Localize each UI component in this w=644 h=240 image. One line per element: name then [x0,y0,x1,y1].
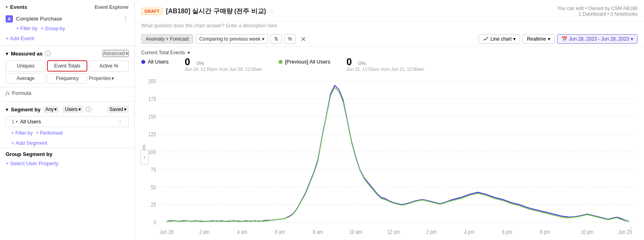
seg-filter-by-btn[interactable]: + Filter by [11,130,33,136]
date-range-btn[interactable]: 📅 Jun 28, 2023 - Jun 28, 2023 ▾ [557,34,638,44]
current-total-dropdown[interactable]: Current Total Events ▾ [141,50,190,55]
svg-text:200: 200 [148,78,156,84]
prev-pct: 0% [358,60,366,66]
legend-bar: Current Total Events ▾ [141,47,638,57]
prev-users-label: [Previous] All Users [285,59,330,65]
legend-values-prev-users: 0 0% [347,57,424,67]
chart-toolbar: Anomaly + Forecast Comparing to previous… [135,32,644,47]
legend-item-prev-users: [Previous] All Users [279,57,330,72]
line-chart-svg: .grid-line { stroke: #e8e8e8; stroke-wid… [141,74,638,240]
svg-text:6 pm: 6 pm [502,228,512,235]
seg-performed-btn[interactable]: + Performed [36,130,62,136]
current-date: Jun 28, 11:55pm [185,67,218,72]
formula-row[interactable]: 𝑓𝑥 Formula [0,87,134,101]
svg-text:12 pm: 12 pm [387,228,400,235]
active-pct-btn[interactable]: Active % [89,60,129,72]
line-chart-icon [483,36,489,42]
users-dropdown-btn[interactable]: Users ▾ [62,106,83,113]
prev-date: Jun 21, 11:55pm [347,67,380,72]
svg-text:100: 100 [148,149,156,155]
legend-values-all-users: 0 0% [185,57,262,67]
measured-as-label: Measured as [11,51,43,57]
segment-chevron: ▾ [6,107,8,113]
dashboard-info: 1 Dashboard • 0 Notebooks [557,11,638,17]
legend-label-prev-users: [Previous] All Users [279,59,330,65]
measure-btn-row-1: Uniques Event Totals Active % [6,60,129,72]
properties-btn[interactable]: Properties ▾ [89,73,129,84]
svg-text:0: 0 [153,219,156,226]
top-bar: DRAFT [AB180] 실시간 구매량 (전주 비교) ☆ You can … [135,0,644,21]
formula-label: Formula [12,90,31,96]
frequency-btn[interactable]: Frequency [47,73,87,84]
legend-items: All Users 0 0% Jun 28, 11:55pm from Jun … [141,57,638,74]
svg-text:8 pm: 8 pm [540,228,550,235]
chart-title: [AB180] 실시간 구매량 (전주 비교) [166,7,266,16]
pct-icon-btn[interactable]: % [284,34,296,44]
event-menu-btn[interactable]: ⋮ [122,15,129,23]
scroll-left-btn[interactable]: ‹ [140,150,149,164]
events-label: Events [10,4,27,10]
event-totals-btn[interactable]: Event Totals [47,60,87,72]
svg-text:Jun 28: Jun 28 [159,228,173,235]
prev-from: from Jun 21, 12:00am [381,67,424,72]
svg-text:10 am: 10 am [349,228,362,235]
filter-by-btn[interactable]: + Filter by [16,26,37,31]
event-badge: A [6,15,13,23]
chart-description[interactable]: What question does this chart answer? En… [135,21,644,32]
svg-text:175: 175 [148,96,156,102]
average-btn[interactable]: Average [6,73,45,84]
prev-users-dot [279,60,283,64]
segment-info-icon: i [86,107,91,112]
legend-stats-all-users: 0 0% Jun 28, 11:55pm from Jun 28, 12:00a… [185,57,262,72]
event-explorer-btn[interactable]: Event Explorer [95,4,129,10]
measured-info-icon: i [45,51,51,56]
realtime-btn[interactable]: Realtime ▾ [522,34,554,44]
legend-item-all-users: All Users [141,57,169,72]
star-icon[interactable]: ☆ [269,8,275,14]
segment-by-label: Segment by [11,107,41,113]
segment-section: ▾ Segment by Any ▾ Users ▾ i Saved ▾ 1 ▾… [0,102,134,148]
anomaly-forecast-btn[interactable]: Anomaly + Forecast [141,34,193,44]
uniques-btn[interactable]: Uniques [6,60,45,72]
owner-info: You can edit • Owned by CSM AB180 [557,6,638,11]
compare-select[interactable]: Comparing to previous week ▾ [196,34,268,44]
svg-text:6 am: 6 am [275,228,285,235]
svg-text:2 am: 2 am [199,228,210,235]
all-users-dot [141,60,145,64]
legend-stats-prev-users: 0 0% Jun 21, 11:55pm from Jun 21, 12:00a… [347,57,424,72]
group-by-btn[interactable]: + Group-by [41,26,65,31]
events-chevron: ▾ [6,5,8,9]
close-comparison-btn[interactable]: ✕ [298,35,308,44]
saved-dropdown-btn[interactable]: Saved ▾ [107,106,129,113]
any-dropdown-btn[interactable]: Any ▾ [43,106,60,113]
svg-text:4 pm: 4 pm [464,228,475,235]
svg-text:2 pm: 2 pm [426,228,437,235]
segment-menu-btn[interactable]: ⋮ [118,119,123,125]
svg-text:75: 75 [151,166,156,172]
select-property-btn[interactable]: + Select User Property [0,159,134,168]
measure-btn-row-2: Average Frequency Properties ▾ [6,73,129,84]
svg-text:50: 50 [151,184,156,190]
current-pct: 0% [196,60,204,66]
legend-label-all-users: All Users [141,59,169,65]
svg-text:150: 150 [148,113,156,120]
svg-text:4 am: 4 am [237,228,248,235]
event-filter-row: + Filter by + Group-by [0,25,134,34]
advanced-btn[interactable]: Advanced ▾ [103,50,129,57]
segment-row-1: 1 ▾ All Users ⋮ [6,116,129,127]
chart-svg-container: .grid-line { stroke: #e8e8e8; stroke-wid… [141,74,638,240]
chart-type-btn[interactable]: Line chart ▾ [479,34,520,44]
all-users-label: All Users [148,59,169,65]
add-event-btn[interactable]: + Add Event [0,34,134,45]
add-segment-btn[interactable]: + Add Segment [6,138,129,148]
svg-text:25: 25 [151,201,156,208]
filter-icon-btn[interactable]: ⇅ [270,34,282,44]
toolbar-left: Anomaly + Forecast Comparing to previous… [141,34,475,44]
formula-icon: 𝑓𝑥 [6,90,10,96]
legend-dates-prev-users: Jun 21, 11:55pm from Jun 21, 12:00am [347,67,424,72]
event-name: Complete Purchase [16,16,119,22]
seg-filter-row: + Filter by + Performed [6,129,129,138]
segment-name: All Users [20,119,115,125]
prev-users-line [167,88,629,222]
segment-header: ▾ Segment by Any ▾ Users ▾ i Saved ▾ [6,106,129,113]
